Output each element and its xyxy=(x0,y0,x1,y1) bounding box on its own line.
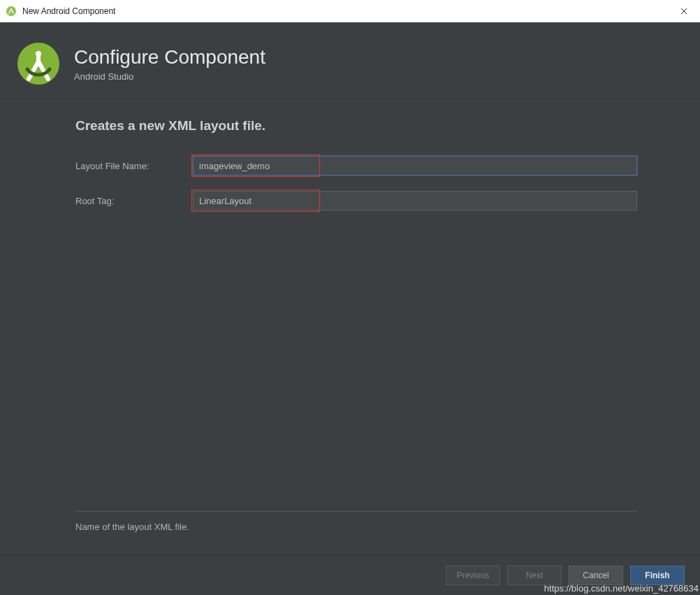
titlebar: New Android Component xyxy=(0,0,700,22)
android-studio-icon xyxy=(6,6,17,17)
main-area: Creates a new XML layout file. Layout Fi… xyxy=(0,99,700,554)
form-row-layout-file-name: Layout File Name: xyxy=(75,156,637,175)
header-text: Configure Component Android Studio xyxy=(74,46,265,82)
close-button[interactable] xyxy=(668,0,700,22)
previous-button[interactable]: Previous xyxy=(446,566,500,585)
root-tag-input-wrap xyxy=(193,191,637,210)
form-row-root-tag: Root Tag: xyxy=(75,191,637,210)
hint-divider xyxy=(75,511,637,512)
dialog-footer: Previous Next Cancel Finish https://blog… xyxy=(0,554,700,595)
root-tag-input[interactable] xyxy=(193,191,637,210)
header-subtitle: Android Studio xyxy=(74,71,265,82)
layout-file-name-input[interactable] xyxy=(193,156,637,175)
section-title: Creates a new XML layout file. xyxy=(75,118,637,134)
svg-point-0 xyxy=(6,6,16,16)
close-icon xyxy=(680,8,687,15)
android-studio-logo-icon xyxy=(17,42,60,85)
next-button[interactable]: Next xyxy=(507,566,562,585)
layout-file-name-label: Layout File Name: xyxy=(75,161,193,171)
header-title: Configure Component xyxy=(74,46,265,69)
finish-button[interactable]: Finish xyxy=(630,566,685,585)
svg-point-1 xyxy=(10,8,12,10)
layout-file-name-input-wrap xyxy=(193,156,637,175)
dialog-content: Configure Component Android Studio Creat… xyxy=(0,22,700,595)
hint-text: Name of the layout XML file. xyxy=(75,522,637,532)
root-tag-label: Root Tag: xyxy=(75,196,193,206)
dialog-header: Configure Component Android Studio xyxy=(0,22,700,98)
cancel-button[interactable]: Cancel xyxy=(569,566,623,585)
window-title: New Android Component xyxy=(22,6,115,16)
